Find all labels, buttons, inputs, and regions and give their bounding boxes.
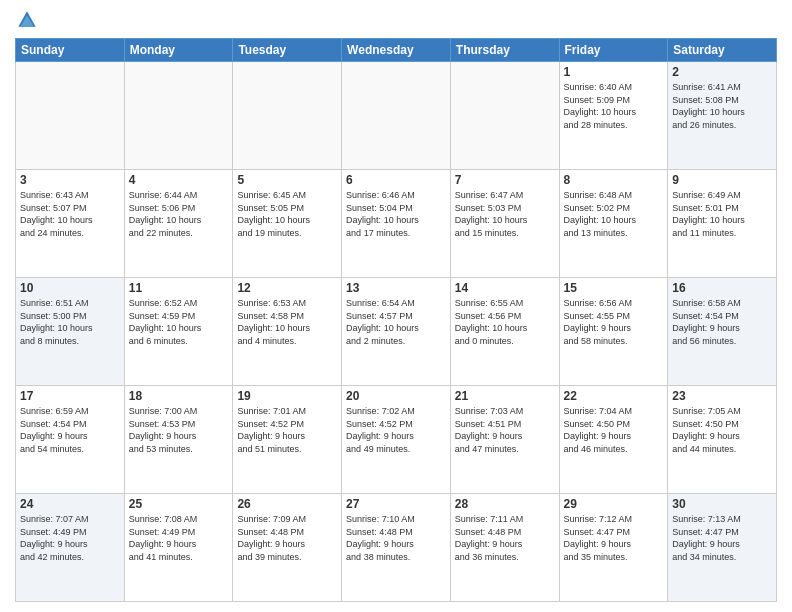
week-row-1: 1Sunrise: 6:40 AM Sunset: 5:09 PM Daylig…: [16, 62, 777, 170]
day-info: Sunrise: 6:59 AM Sunset: 4:54 PM Dayligh…: [20, 405, 120, 455]
day-number: 13: [346, 281, 446, 295]
weekday-saturday: Saturday: [668, 39, 777, 62]
day-number: 2: [672, 65, 772, 79]
day-info: Sunrise: 6:51 AM Sunset: 5:00 PM Dayligh…: [20, 297, 120, 347]
page: SundayMondayTuesdayWednesdayThursdayFrid…: [0, 0, 792, 612]
day-cell: 30Sunrise: 7:13 AM Sunset: 4:47 PM Dayli…: [668, 494, 777, 602]
day-cell: 24Sunrise: 7:07 AM Sunset: 4:49 PM Dayli…: [16, 494, 125, 602]
day-cell: 11Sunrise: 6:52 AM Sunset: 4:59 PM Dayli…: [124, 278, 233, 386]
day-cell: 27Sunrise: 7:10 AM Sunset: 4:48 PM Dayli…: [342, 494, 451, 602]
day-cell: 7Sunrise: 6:47 AM Sunset: 5:03 PM Daylig…: [450, 170, 559, 278]
day-info: Sunrise: 7:12 AM Sunset: 4:47 PM Dayligh…: [564, 513, 664, 563]
day-info: Sunrise: 7:03 AM Sunset: 4:51 PM Dayligh…: [455, 405, 555, 455]
day-number: 11: [129, 281, 229, 295]
day-number: 30: [672, 497, 772, 511]
week-row-2: 3Sunrise: 6:43 AM Sunset: 5:07 PM Daylig…: [16, 170, 777, 278]
day-info: Sunrise: 6:41 AM Sunset: 5:08 PM Dayligh…: [672, 81, 772, 131]
day-cell: 17Sunrise: 6:59 AM Sunset: 4:54 PM Dayli…: [16, 386, 125, 494]
weekday-friday: Friday: [559, 39, 668, 62]
day-info: Sunrise: 6:47 AM Sunset: 5:03 PM Dayligh…: [455, 189, 555, 239]
day-number: 17: [20, 389, 120, 403]
day-info: Sunrise: 7:13 AM Sunset: 4:47 PM Dayligh…: [672, 513, 772, 563]
week-row-5: 24Sunrise: 7:07 AM Sunset: 4:49 PM Dayli…: [16, 494, 777, 602]
day-cell: 5Sunrise: 6:45 AM Sunset: 5:05 PM Daylig…: [233, 170, 342, 278]
weekday-sunday: Sunday: [16, 39, 125, 62]
day-number: 1: [564, 65, 664, 79]
day-info: Sunrise: 6:48 AM Sunset: 5:02 PM Dayligh…: [564, 189, 664, 239]
day-info: Sunrise: 7:02 AM Sunset: 4:52 PM Dayligh…: [346, 405, 446, 455]
day-number: 7: [455, 173, 555, 187]
day-number: 19: [237, 389, 337, 403]
weekday-header-row: SundayMondayTuesdayWednesdayThursdayFrid…: [16, 39, 777, 62]
day-info: Sunrise: 6:56 AM Sunset: 4:55 PM Dayligh…: [564, 297, 664, 347]
day-number: 15: [564, 281, 664, 295]
day-cell: 4Sunrise: 6:44 AM Sunset: 5:06 PM Daylig…: [124, 170, 233, 278]
day-info: Sunrise: 7:01 AM Sunset: 4:52 PM Dayligh…: [237, 405, 337, 455]
week-row-4: 17Sunrise: 6:59 AM Sunset: 4:54 PM Dayli…: [16, 386, 777, 494]
day-info: Sunrise: 6:58 AM Sunset: 4:54 PM Dayligh…: [672, 297, 772, 347]
day-cell: 16Sunrise: 6:58 AM Sunset: 4:54 PM Dayli…: [668, 278, 777, 386]
day-number: 16: [672, 281, 772, 295]
logo: [15, 10, 37, 30]
day-cell: 19Sunrise: 7:01 AM Sunset: 4:52 PM Dayli…: [233, 386, 342, 494]
day-info: Sunrise: 6:43 AM Sunset: 5:07 PM Dayligh…: [20, 189, 120, 239]
day-number: 28: [455, 497, 555, 511]
day-info: Sunrise: 6:54 AM Sunset: 4:57 PM Dayligh…: [346, 297, 446, 347]
day-info: Sunrise: 6:52 AM Sunset: 4:59 PM Dayligh…: [129, 297, 229, 347]
day-number: 14: [455, 281, 555, 295]
day-cell: 28Sunrise: 7:11 AM Sunset: 4:48 PM Dayli…: [450, 494, 559, 602]
day-cell: [342, 62, 451, 170]
day-info: Sunrise: 7:10 AM Sunset: 4:48 PM Dayligh…: [346, 513, 446, 563]
day-info: Sunrise: 7:00 AM Sunset: 4:53 PM Dayligh…: [129, 405, 229, 455]
day-cell: [233, 62, 342, 170]
day-cell: 18Sunrise: 7:00 AM Sunset: 4:53 PM Dayli…: [124, 386, 233, 494]
day-number: 23: [672, 389, 772, 403]
day-number: 21: [455, 389, 555, 403]
day-info: Sunrise: 7:09 AM Sunset: 4:48 PM Dayligh…: [237, 513, 337, 563]
header: [15, 10, 777, 30]
day-info: Sunrise: 7:11 AM Sunset: 4:48 PM Dayligh…: [455, 513, 555, 563]
day-cell: 2Sunrise: 6:41 AM Sunset: 5:08 PM Daylig…: [668, 62, 777, 170]
calendar-table: SundayMondayTuesdayWednesdayThursdayFrid…: [15, 38, 777, 602]
day-info: Sunrise: 7:07 AM Sunset: 4:49 PM Dayligh…: [20, 513, 120, 563]
day-cell: 6Sunrise: 6:46 AM Sunset: 5:04 PM Daylig…: [342, 170, 451, 278]
day-number: 26: [237, 497, 337, 511]
day-number: 3: [20, 173, 120, 187]
day-info: Sunrise: 7:08 AM Sunset: 4:49 PM Dayligh…: [129, 513, 229, 563]
day-cell: [450, 62, 559, 170]
day-number: 27: [346, 497, 446, 511]
day-info: Sunrise: 6:40 AM Sunset: 5:09 PM Dayligh…: [564, 81, 664, 131]
day-cell: 20Sunrise: 7:02 AM Sunset: 4:52 PM Dayli…: [342, 386, 451, 494]
day-cell: 10Sunrise: 6:51 AM Sunset: 5:00 PM Dayli…: [16, 278, 125, 386]
day-info: Sunrise: 7:04 AM Sunset: 4:50 PM Dayligh…: [564, 405, 664, 455]
day-info: Sunrise: 7:05 AM Sunset: 4:50 PM Dayligh…: [672, 405, 772, 455]
day-number: 4: [129, 173, 229, 187]
day-number: 6: [346, 173, 446, 187]
day-cell: 12Sunrise: 6:53 AM Sunset: 4:58 PM Dayli…: [233, 278, 342, 386]
weekday-wednesday: Wednesday: [342, 39, 451, 62]
weekday-thursday: Thursday: [450, 39, 559, 62]
day-info: Sunrise: 6:55 AM Sunset: 4:56 PM Dayligh…: [455, 297, 555, 347]
day-info: Sunrise: 6:44 AM Sunset: 5:06 PM Dayligh…: [129, 189, 229, 239]
day-cell: 22Sunrise: 7:04 AM Sunset: 4:50 PM Dayli…: [559, 386, 668, 494]
weekday-tuesday: Tuesday: [233, 39, 342, 62]
day-cell: [16, 62, 125, 170]
day-number: 25: [129, 497, 229, 511]
logo-icon: [17, 10, 37, 30]
day-info: Sunrise: 6:45 AM Sunset: 5:05 PM Dayligh…: [237, 189, 337, 239]
day-number: 18: [129, 389, 229, 403]
day-cell: 3Sunrise: 6:43 AM Sunset: 5:07 PM Daylig…: [16, 170, 125, 278]
day-number: 8: [564, 173, 664, 187]
week-row-3: 10Sunrise: 6:51 AM Sunset: 5:00 PM Dayli…: [16, 278, 777, 386]
weekday-monday: Monday: [124, 39, 233, 62]
day-info: Sunrise: 6:53 AM Sunset: 4:58 PM Dayligh…: [237, 297, 337, 347]
day-cell: 1Sunrise: 6:40 AM Sunset: 5:09 PM Daylig…: [559, 62, 668, 170]
day-number: 9: [672, 173, 772, 187]
day-cell: 14Sunrise: 6:55 AM Sunset: 4:56 PM Dayli…: [450, 278, 559, 386]
day-number: 10: [20, 281, 120, 295]
day-cell: 26Sunrise: 7:09 AM Sunset: 4:48 PM Dayli…: [233, 494, 342, 602]
day-number: 20: [346, 389, 446, 403]
day-cell: 15Sunrise: 6:56 AM Sunset: 4:55 PM Dayli…: [559, 278, 668, 386]
day-cell: 29Sunrise: 7:12 AM Sunset: 4:47 PM Dayli…: [559, 494, 668, 602]
day-cell: 25Sunrise: 7:08 AM Sunset: 4:49 PM Dayli…: [124, 494, 233, 602]
